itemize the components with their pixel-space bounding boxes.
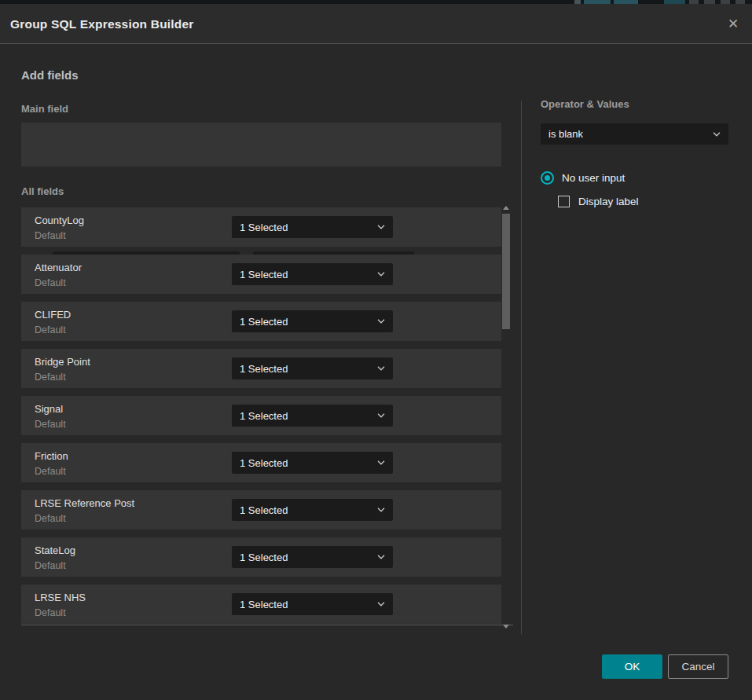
scrollbar-down-arrow-icon[interactable] [503,625,509,629]
field-row: Signal Default 1 Selected [21,396,501,435]
field-name: Bridge Point [35,356,90,368]
display-label-checkbox[interactable] [558,196,570,207]
field-name: LRSE NHS [35,592,86,603]
chevron-down-icon [377,555,385,559]
main-field-label: Main field [21,103,68,115]
field-name: LRSE Reference Post [35,497,134,509]
add-fields-heading: Add fields [21,68,79,82]
field-name: Signal [35,403,63,415]
cancel-button[interactable]: Cancel [668,654,728,679]
field-row: CountyLog Default 1 Selected [21,207,501,247]
field-subtitle: Default [35,560,66,571]
all-fields-list: CountyLog Default 1 Selected Attenuator … [21,207,513,625]
chevron-down-icon [377,366,385,371]
ok-button[interactable]: OK [602,654,662,679]
group-sql-expression-builder-dialog: Group SQL Expression Builder ✕ Add field… [0,4,752,700]
field-selection-dropdown[interactable]: 1 Selected [232,405,393,427]
main-field-panel: CountyLog | Default From Date [21,123,501,167]
field-subtitle: Default [35,419,66,430]
field-name: Attenuator [35,262,82,273]
selection-count: 1 Selected [240,316,288,328]
field-name: StateLog [35,544,75,556]
display-label-label: Display label [578,196,639,207]
field-row: LRSE NHS Default 1 Selected [21,585,501,624]
field-row: Bridge Point Default 1 Selected [21,349,501,388]
field-subtitle: Default [35,513,66,524]
scrollbar-up-arrow-icon[interactable] [503,206,509,210]
panel-divider [521,101,522,634]
close-icon: ✕ [728,16,739,31]
field-row: Attenuator Default 1 Selected [21,255,501,294]
selection-count: 1 Selected [240,457,288,469]
close-button[interactable]: ✕ [723,14,743,35]
field-subtitle: Default [35,277,66,288]
operator-dropdown-value: is blank [548,128,583,140]
chevron-down-icon [377,508,385,512]
chevron-down-icon [377,413,385,418]
chevron-down-icon [377,225,385,229]
chevron-down-icon [377,602,385,607]
scrollbar-thumb[interactable] [502,214,510,329]
selection-count: 1 Selected [240,269,288,280]
field-name: Friction [35,450,68,462]
selection-count: 1 Selected [240,410,288,422]
all-fields-label: All fields [21,185,64,197]
field-selection-dropdown[interactable]: 1 Selected [232,310,393,332]
operator-values-label: Operator & Values [541,98,629,110]
field-selection-dropdown[interactable]: 1 Selected [232,546,393,568]
no-user-input-radio-row[interactable]: No user input [541,171,625,185]
field-subtitle: Default [35,372,66,383]
field-selection-dropdown[interactable]: 1 Selected [232,263,393,285]
field-name: CLIFED [35,309,71,321]
field-subtitle: Default [35,607,66,618]
field-row: StateLog Default 1 Selected [21,537,501,577]
selection-count: 1 Selected [240,552,288,563]
field-selection-dropdown[interactable]: 1 Selected [232,452,393,474]
chevron-down-icon [377,319,385,324]
field-subtitle: Default [35,230,66,241]
field-row: Friction Default 1 Selected [21,443,501,482]
field-selection-dropdown[interactable]: 1 Selected [232,499,393,521]
field-row: CLIFED Default 1 Selected [21,302,501,341]
field-subtitle: Default [35,324,66,335]
chevron-down-icon [377,460,385,465]
field-name: CountyLog [35,214,84,226]
selection-count: 1 Selected [240,363,288,375]
selection-count: 1 Selected [240,599,288,610]
dialog-header: Group SQL Expression Builder ✕ [0,4,752,44]
group-sql-expression-builder-screen: Group SQL Expression Builder ✕ Add field… [0,0,752,700]
field-selection-dropdown[interactable]: 1 Selected [232,593,393,615]
dialog-title: Group SQL Expression Builder [10,4,194,44]
chevron-down-icon [377,272,385,277]
no-user-input-radio[interactable] [541,171,554,185]
no-user-input-label: No user input [562,172,625,184]
operator-dropdown[interactable]: is blank [541,123,728,145]
chevron-down-icon [713,132,721,137]
field-selection-dropdown[interactable]: 1 Selected [232,216,393,238]
field-selection-dropdown[interactable]: 1 Selected [232,357,393,379]
field-row: LRSE Reference Post Default 1 Selected [21,490,501,530]
list-scrollbar[interactable] [501,203,512,630]
selection-count: 1 Selected [240,504,288,516]
field-subtitle: Default [35,466,66,477]
display-label-checkbox-row[interactable]: Display label [558,196,639,207]
selection-count: 1 Selected [240,222,288,233]
